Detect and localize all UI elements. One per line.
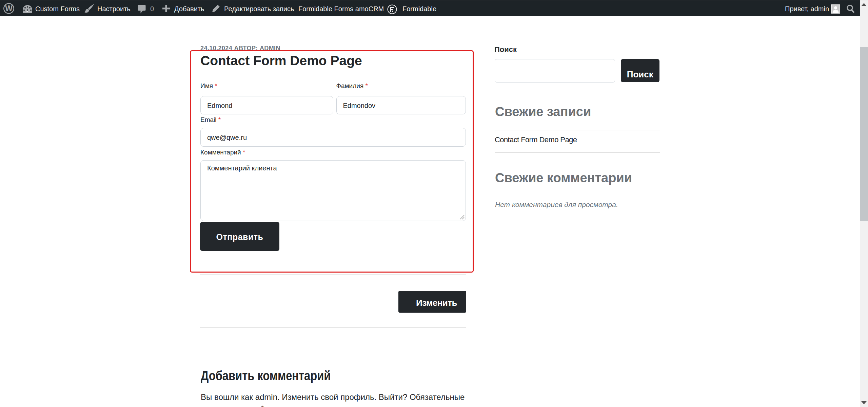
svg-text:W: W bbox=[5, 4, 13, 13]
